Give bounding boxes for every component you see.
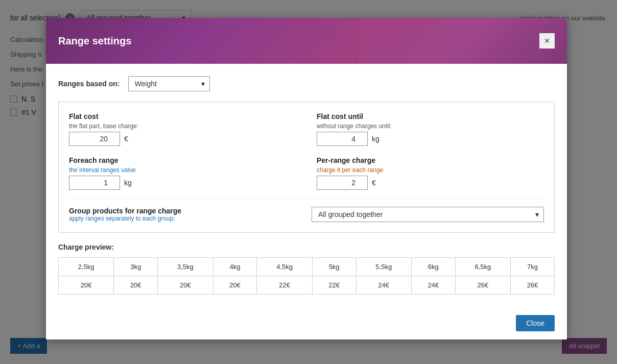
foreach-range-input[interactable] bbox=[69, 176, 120, 190]
flat-cost-unit: € bbox=[124, 135, 128, 143]
preview-col-header-1: 3kg bbox=[114, 258, 158, 276]
group-products-select-wrapper: All grouped together Per product Per cat… bbox=[312, 207, 544, 222]
preview-col-header-8: 6,5kg bbox=[455, 258, 510, 276]
preview-cell-0: 20€ bbox=[59, 276, 114, 295]
close-button[interactable]: Close bbox=[516, 315, 555, 331]
foreach-range-group: Foreach range the interval ranges value … bbox=[69, 156, 296, 190]
preview-table-value-row: 20€ 20€ 20€ 20€ 22€ 22€ 24€ 24€ 26€ 26€ bbox=[59, 276, 555, 295]
settings-box: Flat cost the flat part, base charge: € … bbox=[58, 102, 555, 233]
per-range-charge-row: € bbox=[317, 176, 544, 190]
preview-col-header-3: 4kg bbox=[213, 258, 257, 276]
preview-cell-4: 22€ bbox=[257, 276, 312, 295]
ranges-based-row: Ranges based on: Weight Price Items Volu… bbox=[58, 76, 555, 91]
preview-col-header-2: 3,5kg bbox=[158, 258, 213, 276]
foreach-range-row: kg bbox=[69, 176, 296, 190]
charge-preview-label: Charge preview: bbox=[58, 243, 555, 251]
charge-preview-table: 2,5kg 3kg 3,5kg 4kg 4,5kg 5kg 5,5kg 6kg … bbox=[58, 257, 555, 295]
foreach-range-unit: kg bbox=[124, 179, 132, 187]
preview-cell-8: 26€ bbox=[455, 276, 510, 295]
preview-col-header-4: 4,5kg bbox=[257, 258, 312, 276]
preview-cell-2: 20€ bbox=[158, 276, 213, 295]
range-settings-modal: Range settings × Ranges based on: Weight… bbox=[46, 18, 567, 339]
group-products-label-col: Group products for range charge apply ra… bbox=[69, 207, 301, 222]
flat-cost-until-label: Flat cost until bbox=[317, 112, 544, 120]
group-products-select[interactable]: All grouped together Per product Per cat… bbox=[312, 207, 544, 222]
per-range-charge-unit: € bbox=[372, 179, 376, 187]
ranges-based-label: Ranges based on: bbox=[58, 80, 120, 88]
group-products-label: Group products for range charge bbox=[69, 207, 301, 215]
flat-cost-until-desc: without range charges until: bbox=[317, 123, 544, 130]
flat-cost-until-row: kg bbox=[317, 132, 544, 146]
preview-cell-3: 20€ bbox=[213, 276, 257, 295]
ranges-select-wrapper: Weight Price Items Volume bbox=[128, 76, 210, 91]
per-range-charge-group: Per-range charge charge it per each rang… bbox=[317, 156, 544, 190]
preview-col-header-7: 6kg bbox=[411, 258, 455, 276]
group-products-row: Group products for range charge apply ra… bbox=[69, 198, 544, 222]
preview-col-header-0: 2,5kg bbox=[59, 258, 114, 276]
preview-table-header-row: 2,5kg 3kg 3,5kg 4kg 4,5kg 5kg 5,5kg 6kg … bbox=[59, 258, 555, 276]
modal-close-x-button[interactable]: × bbox=[539, 33, 555, 48]
per-range-charge-desc: charge it per each range bbox=[317, 166, 544, 174]
flat-cost-group: Flat cost the flat part, base charge: € bbox=[69, 112, 296, 146]
flat-cost-until-unit: kg bbox=[372, 135, 379, 143]
modal-footer: Close bbox=[46, 307, 567, 339]
settings-grid: Flat cost the flat part, base charge: € … bbox=[69, 112, 544, 190]
foreach-range-desc: the interval ranges value bbox=[69, 166, 296, 174]
preview-cell-5: 22€ bbox=[312, 276, 356, 295]
flat-cost-input[interactable] bbox=[69, 132, 120, 146]
group-products-desc: apply ranges separately to each group: bbox=[69, 215, 301, 222]
modal-header: Range settings × bbox=[46, 18, 567, 64]
preview-col-header-6: 5,5kg bbox=[356, 258, 411, 276]
flat-cost-row: € bbox=[69, 132, 296, 146]
preview-col-header-5: 5kg bbox=[312, 258, 356, 276]
foreach-range-label: Foreach range bbox=[69, 156, 296, 164]
modal-body: Ranges based on: Weight Price Items Volu… bbox=[46, 64, 567, 307]
per-range-charge-input[interactable] bbox=[317, 176, 368, 190]
preview-cell-1: 20€ bbox=[114, 276, 158, 295]
modal-title: Range settings bbox=[58, 35, 131, 47]
per-range-charge-label: Per-range charge bbox=[317, 156, 544, 164]
preview-col-header-9: 7kg bbox=[511, 258, 555, 276]
group-products-select-col: All grouped together Per product Per cat… bbox=[312, 207, 544, 222]
preview-cell-9: 26€ bbox=[511, 276, 555, 295]
flat-cost-until-input[interactable] bbox=[317, 132, 368, 146]
ranges-based-select[interactable]: Weight Price Items Volume bbox=[128, 76, 210, 91]
flat-cost-until-group: Flat cost until without range charges un… bbox=[317, 112, 544, 146]
flat-cost-label: Flat cost bbox=[69, 112, 296, 120]
preview-cell-6: 24€ bbox=[356, 276, 411, 295]
flat-cost-desc: the flat part, base charge: bbox=[69, 123, 296, 130]
preview-cell-7: 24€ bbox=[411, 276, 455, 295]
